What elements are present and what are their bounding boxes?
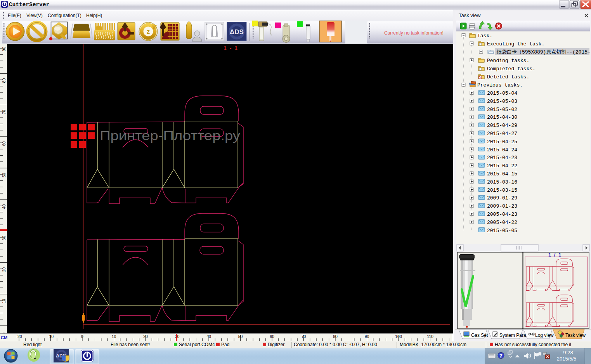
svg-text:90: 90 bbox=[365, 334, 369, 339]
svg-text:Task.: Task. bbox=[477, 33, 492, 39]
svg-text:10: 10 bbox=[2, 299, 6, 303]
svg-text:2015-05-02: 2015-05-02 bbox=[487, 107, 517, 113]
svg-text:70: 70 bbox=[302, 334, 306, 339]
svg-text:40: 40 bbox=[206, 334, 211, 339]
svg-text:2009-01-29: 2009-01-29 bbox=[487, 195, 517, 201]
svg-text:30: 30 bbox=[2, 236, 6, 241]
svg-text:0: 0 bbox=[81, 334, 83, 339]
svg-text:2015-04-23: 2015-04-23 bbox=[487, 155, 517, 161]
svg-text:40: 40 bbox=[2, 204, 6, 209]
svg-text:2015-04-29: 2015-04-29 bbox=[487, 123, 517, 128]
svg-text:-10: -10 bbox=[48, 334, 54, 339]
svg-text:2015-04-24: 2015-04-24 bbox=[487, 147, 517, 153]
svg-text:10: 10 bbox=[112, 334, 116, 339]
svg-text:z: z bbox=[147, 28, 150, 35]
svg-text:110: 110 bbox=[427, 334, 433, 339]
svg-text:2015-04-27: 2015-04-27 bbox=[487, 131, 517, 137]
svg-text:2015-04-25: 2015-04-25 bbox=[487, 139, 517, 145]
svg-text:2015-05-03: 2015-05-03 bbox=[487, 99, 517, 104]
svg-text:Принтер-Плоттер.ру: Принтер-Плоттер.ру bbox=[100, 128, 241, 143]
svg-text:60: 60 bbox=[270, 334, 274, 339]
svg-text:2015-04-22: 2015-04-22 bbox=[487, 163, 517, 169]
svg-text:20: 20 bbox=[2, 267, 6, 272]
svg-text:2015-04-15: 2015-04-15 bbox=[487, 171, 517, 177]
svg-text:20: 20 bbox=[143, 334, 148, 339]
svg-text:Completed tasks.: Completed tasks. bbox=[487, 66, 536, 72]
svg-text:2015-03-16: 2015-03-16 bbox=[487, 179, 517, 185]
svg-text:100: 100 bbox=[395, 334, 402, 339]
svg-text:50: 50 bbox=[238, 334, 243, 339]
svg-text:60: 60 bbox=[2, 141, 6, 146]
svg-text:2015-03-15: 2015-03-15 bbox=[487, 187, 517, 193]
svg-text:50: 50 bbox=[2, 173, 6, 177]
svg-text:Pending tasks.: Pending tasks. bbox=[487, 58, 529, 64]
svg-text:ΔDS: ΔDS bbox=[230, 28, 244, 36]
svg-text:2005-04-23: 2005-04-23 bbox=[487, 211, 517, 217]
svg-text:System Para: System Para bbox=[499, 333, 526, 338]
svg-text:Gas Set: Gas Set bbox=[471, 333, 488, 338]
svg-text:80: 80 bbox=[2, 78, 6, 83]
svg-text:?: ? bbox=[499, 353, 502, 359]
svg-text:1 - 1: 1 - 1 bbox=[224, 45, 238, 51]
svg-text:Executing the task.: Executing the task. bbox=[487, 41, 544, 47]
svg-text:Deleted tasks.: Deleted tasks. bbox=[487, 74, 529, 80]
svg-text:80: 80 bbox=[333, 334, 338, 339]
svg-text:70: 70 bbox=[2, 110, 6, 114]
svg-text:Log view: Log view bbox=[535, 333, 554, 338]
svg-text:2015-05-05: 2015-05-05 bbox=[487, 228, 517, 234]
svg-text:纸袋白卡（595X889)原点切割--(2015-: 纸袋白卡（595X889)原点切割--(2015- bbox=[496, 49, 591, 55]
svg-text:2009-01-23: 2009-01-23 bbox=[487, 203, 517, 209]
svg-text:-20: -20 bbox=[16, 334, 22, 339]
svg-text:2005-04-22: 2005-04-22 bbox=[487, 220, 517, 225]
svg-text:CM: CM bbox=[1, 335, 7, 340]
svg-text:Task view: Task view bbox=[459, 12, 481, 18]
svg-text:2015-05-04: 2015-05-04 bbox=[487, 90, 517, 96]
svg-text:2015-04-30: 2015-04-30 bbox=[487, 114, 517, 120]
svg-text:Previous tasks.: Previous tasks. bbox=[477, 82, 523, 88]
svg-text:90: 90 bbox=[2, 47, 6, 51]
svg-text:Task view: Task view bbox=[565, 333, 586, 338]
